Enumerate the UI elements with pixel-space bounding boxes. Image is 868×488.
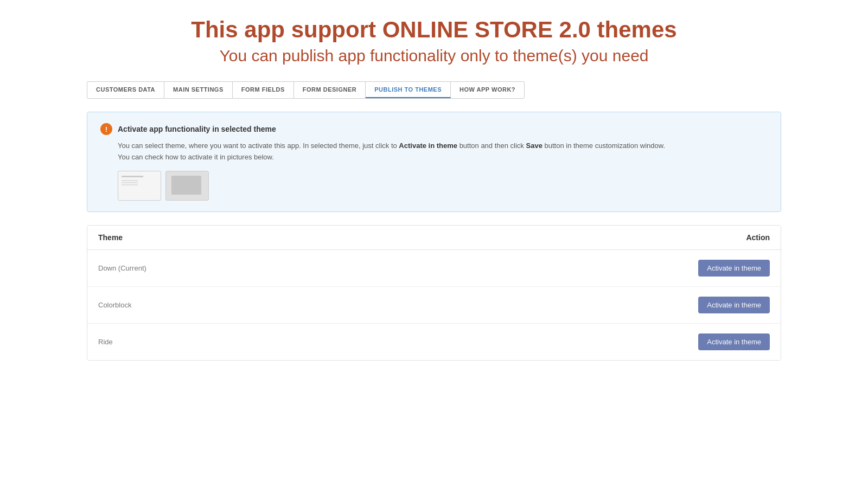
info-box: ! Activate app functionality in selected… <box>87 112 781 212</box>
tab-customers-data[interactable]: CUSTOMERS DATA <box>87 82 164 98</box>
page-subtitle: You can publish app functionality only t… <box>87 47 781 65</box>
tab-publish-to-themes[interactable]: PUBLISH TO THEMES <box>366 82 451 98</box>
tab-how-app-work[interactable]: HOW APP WORK? <box>451 82 524 98</box>
table-row: Ride Activate in theme <box>87 324 781 360</box>
activate-theme-button-2[interactable]: Activate in theme <box>698 297 770 313</box>
themes-table: Theme Action Down (Current) Activate in … <box>87 225 781 361</box>
info-box-description: You can select theme, where you want to … <box>118 140 768 163</box>
table-row: Down (Current) Activate in theme <box>87 250 781 287</box>
tab-main-settings[interactable]: MAIN SETTINGS <box>164 82 233 98</box>
column-header-theme: Theme <box>98 233 123 242</box>
tab-form-designer[interactable]: FORM DESIGNER <box>294 82 366 98</box>
info-desc-line2: You can check how to activate it in pict… <box>118 153 274 161</box>
info-box-header: ! Activate app functionality in selected… <box>100 123 768 135</box>
theme-name-3: Ride <box>98 338 113 346</box>
preview-image-1 <box>118 171 161 201</box>
table-row: Colorblock Activate in theme <box>87 287 781 324</box>
theme-name-1: Down (Current) <box>98 264 146 272</box>
info-desc-text2: button and then click <box>457 142 526 150</box>
activate-theme-button-1[interactable]: Activate in theme <box>698 260 770 277</box>
info-desc-bold2: Save <box>526 142 542 150</box>
column-header-action: Action <box>746 233 770 242</box>
theme-name-2: Colorblock <box>98 301 131 309</box>
header-section: This app support ONLINE STORE 2.0 themes… <box>87 16 781 65</box>
info-desc-bold1: Activate in theme <box>399 142 457 150</box>
tab-form-fields[interactable]: FORM FIELDS <box>233 82 294 98</box>
info-box-title: Activate app functionality in selected t… <box>118 125 276 133</box>
activate-theme-button-3[interactable]: Activate in theme <box>698 333 770 350</box>
tabs-bar: CUSTOMERS DATA MAIN SETTINGS FORM FIELDS… <box>87 81 525 99</box>
info-desc-text1: You can select theme, where you want to … <box>118 142 399 150</box>
info-icon: ! <box>100 123 112 135</box>
preview-image-2 <box>165 171 209 201</box>
page-title: This app support ONLINE STORE 2.0 themes <box>87 16 781 43</box>
themes-table-header: Theme Action <box>87 226 781 250</box>
info-desc-text3: button in theme customization window. <box>542 142 665 150</box>
preview-images <box>118 171 768 201</box>
